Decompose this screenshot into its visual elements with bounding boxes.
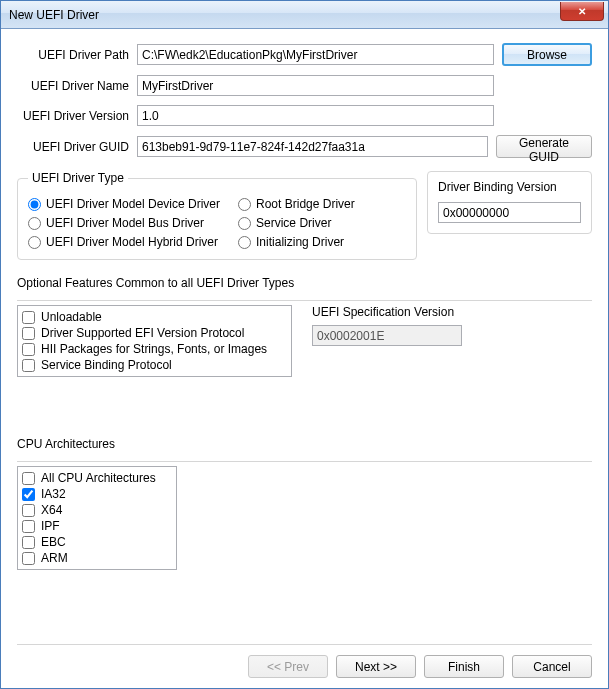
arch-ebc[interactable]: EBC (22, 534, 172, 550)
feature-efi-version-check[interactable] (22, 327, 35, 340)
arch-ebc-check[interactable] (22, 536, 35, 549)
cancel-button[interactable]: Cancel (512, 655, 592, 678)
arch-arm-label: ARM (41, 551, 68, 565)
feature-hii-label: HII Packages for Strings, Fonts, or Imag… (41, 342, 267, 356)
arch-ia32-label: IA32 (41, 487, 66, 501)
feature-unloadable[interactable]: Unloadable (22, 309, 287, 325)
arch-ipf-check[interactable] (22, 520, 35, 533)
arch-all[interactable]: All CPU Architectures (22, 470, 172, 486)
version-input[interactable] (137, 105, 494, 126)
radio-service-driver-label: Service Driver (256, 216, 331, 230)
arch-arm-check[interactable] (22, 552, 35, 565)
next-button[interactable]: Next >> (336, 655, 416, 678)
arch-x64-check[interactable] (22, 504, 35, 517)
arch-ia32-check[interactable] (22, 488, 35, 501)
arch-x64-label: X64 (41, 503, 62, 517)
arch-all-check[interactable] (22, 472, 35, 485)
guid-input[interactable] (137, 136, 488, 157)
name-input[interactable] (137, 75, 494, 96)
path-input[interactable] (137, 44, 494, 65)
radio-root-bridge[interactable]: Root Bridge Driver (238, 197, 355, 211)
arch-ipf[interactable]: IPF (22, 518, 172, 534)
feature-unloadable-label: Unloadable (41, 310, 102, 324)
arch-arm[interactable]: ARM (22, 550, 172, 566)
arch-ebc-label: EBC (41, 535, 66, 549)
radio-device-driver[interactable]: UEFI Driver Model Device Driver (28, 197, 220, 211)
radio-bus-driver-input[interactable] (28, 217, 41, 230)
prev-button: << Prev (248, 655, 328, 678)
binding-group: Driver Binding Version (427, 171, 592, 234)
feature-hii-check[interactable] (22, 343, 35, 356)
radio-hybrid-driver-label: UEFI Driver Model Hybrid Driver (46, 235, 218, 249)
arch-section-label: CPU Architectures (17, 437, 592, 451)
divider-arch (17, 461, 592, 462)
radio-device-driver-input[interactable] (28, 198, 41, 211)
radio-root-bridge-label: Root Bridge Driver (256, 197, 355, 211)
arch-list[interactable]: All CPU Architectures IA32 X64 IPF EBC A… (17, 466, 177, 570)
radio-service-driver-input[interactable] (238, 217, 251, 230)
close-button[interactable]: ✕ (560, 2, 604, 21)
radio-root-bridge-input[interactable] (238, 198, 251, 211)
path-label: UEFI Driver Path (17, 48, 137, 62)
radio-initializing-driver-input[interactable] (238, 236, 251, 249)
feature-hii[interactable]: HII Packages for Strings, Fonts, or Imag… (22, 341, 287, 357)
footer-buttons: << Prev Next >> Finish Cancel (17, 644, 592, 678)
radio-initializing-driver[interactable]: Initializing Driver (238, 235, 355, 249)
features-list[interactable]: Unloadable Driver Supported EFI Version … (17, 305, 292, 377)
radio-service-driver[interactable]: Service Driver (238, 216, 355, 230)
radio-hybrid-driver[interactable]: UEFI Driver Model Hybrid Driver (28, 235, 220, 249)
radio-initializing-driver-label: Initializing Driver (256, 235, 344, 249)
driver-type-legend: UEFI Driver Type (28, 171, 128, 185)
browse-button[interactable]: Browse (502, 43, 592, 66)
spec-input (312, 325, 462, 346)
features-section-label: Optional Features Common to all UEFI Dri… (17, 276, 592, 290)
radio-device-driver-label: UEFI Driver Model Device Driver (46, 197, 220, 211)
binding-label: Driver Binding Version (438, 180, 581, 194)
arch-x64[interactable]: X64 (22, 502, 172, 518)
window-title: New UEFI Driver (9, 8, 99, 22)
arch-ipf-label: IPF (41, 519, 60, 533)
window-frame: New UEFI Driver ✕ UEFI Driver Path Brows… (0, 0, 609, 689)
feature-efi-version[interactable]: Driver Supported EFI Version Protocol (22, 325, 287, 341)
divider (17, 300, 592, 301)
finish-button[interactable]: Finish (424, 655, 504, 678)
feature-unloadable-check[interactable] (22, 311, 35, 324)
spec-label: UEFI Specification Version (312, 305, 592, 319)
version-label: UEFI Driver Version (17, 109, 137, 123)
arch-all-label: All CPU Architectures (41, 471, 156, 485)
feature-efi-version-label: Driver Supported EFI Version Protocol (41, 326, 244, 340)
arch-ia32[interactable]: IA32 (22, 486, 172, 502)
feature-service-binding-label: Service Binding Protocol (41, 358, 172, 372)
radio-hybrid-driver-input[interactable] (28, 236, 41, 249)
name-label: UEFI Driver Name (17, 79, 137, 93)
titlebar[interactable]: New UEFI Driver ✕ (1, 1, 608, 29)
generate-guid-button[interactable]: Generate GUID (496, 135, 592, 158)
driver-type-group: UEFI Driver Type UEFI Driver Model Devic… (17, 171, 417, 260)
close-icon: ✕ (578, 6, 586, 17)
feature-service-binding-check[interactable] (22, 359, 35, 372)
radio-bus-driver[interactable]: UEFI Driver Model Bus Driver (28, 216, 220, 230)
content-area: UEFI Driver Path Browse UEFI Driver Name… (1, 29, 608, 688)
feature-service-binding[interactable]: Service Binding Protocol (22, 357, 287, 373)
radio-bus-driver-label: UEFI Driver Model Bus Driver (46, 216, 204, 230)
guid-label: UEFI Driver GUID (17, 140, 137, 154)
binding-input[interactable] (438, 202, 581, 223)
